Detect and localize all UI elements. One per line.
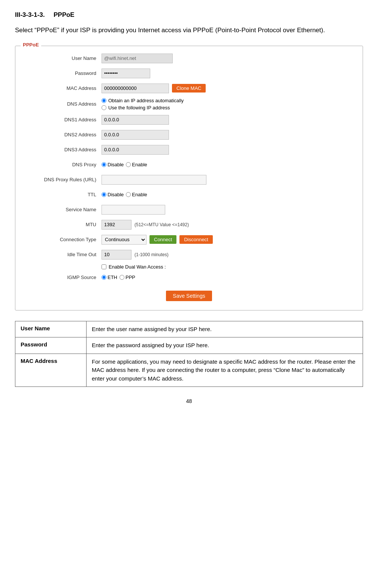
dns-manual-radio[interactable] [102, 105, 106, 110]
table-row: MAC Address For some applications, you m… [15, 354, 363, 387]
service-name-row: Service Name [23, 204, 355, 215]
igmp-source-label: IGMP Source [23, 275, 102, 280]
dns-auto-label: Obtain an IP address automatically [108, 98, 184, 103]
page-number: 48 [15, 398, 363, 404]
dns-proxy-disable-label: Disable [108, 162, 124, 167]
service-name-input[interactable] [102, 205, 165, 215]
mac-address-input[interactable] [102, 84, 169, 93]
mac-address-control: Clone MAC [102, 84, 355, 93]
mtu-label: MTU [23, 222, 102, 227]
dns3-control [102, 145, 355, 155]
service-name-label: Service Name [23, 207, 102, 212]
service-name-control [102, 205, 355, 215]
user-name-label: User Name [23, 55, 102, 61]
dns1-row: DNS1 Address [23, 114, 355, 125]
password-row: Password [23, 68, 355, 79]
save-row: Save Settings [23, 291, 355, 301]
dns-proxy-enable-radio[interactable] [126, 162, 131, 167]
idle-timeout-input[interactable] [102, 250, 131, 260]
dns-proxy-disable-radio[interactable] [102, 162, 106, 167]
disconnect-button[interactable]: Disconnect [179, 235, 212, 244]
ttl-enable-radio[interactable] [126, 192, 131, 197]
igmp-source-row: IGMP Source ETH PPP [23, 272, 355, 283]
ttl-control: Disable Enable [102, 192, 355, 197]
dns1-control [102, 115, 355, 125]
dns2-row: DNS2 Address [23, 129, 355, 140]
user-name-control: @wifi.hinet.net [102, 54, 355, 63]
idle-timeout-label: Idle Time Out [23, 252, 102, 257]
connect-button[interactable]: Connect [149, 235, 176, 244]
clone-mac-button[interactable]: Clone MAC [172, 84, 206, 93]
idle-timeout-hint: (1-1000 minutes) [134, 252, 169, 257]
ttl-row: TTL Disable Enable [23, 189, 355, 200]
table-field-password: Password [15, 337, 87, 354]
table-field-username: User Name [15, 321, 87, 337]
dual-wan-label: Enable Dual Wan Access : [109, 264, 166, 270]
dns-proxy-control: Disable Enable [102, 162, 355, 167]
dns2-control [102, 130, 355, 140]
dns-proxy-rules-input[interactable] [102, 175, 206, 185]
dns-address-label: DNS Address [23, 101, 102, 107]
dns3-label: DNS3 Address [23, 147, 102, 152]
connection-type-control: Continuous On Demand Manual Connect Disc… [102, 235, 355, 245]
igmp-eth-radio[interactable] [102, 275, 106, 280]
table-desc-username: Enter the user name assigned by your ISP… [87, 321, 363, 337]
ttl-disable-radio[interactable] [102, 192, 106, 197]
table-desc-mac: For some applications, you may need to d… [87, 354, 363, 387]
intro-text: Select “PPPoE” if your ISP is providing … [15, 25, 363, 35]
description-table: User Name Enter the user name assigned b… [15, 321, 363, 387]
page-title: III-3-3-1-3. PPPoE [15, 11, 363, 19]
dns-proxy-row: DNS Proxy Disable Enable [23, 159, 355, 170]
ttl-enable-label: Enable [132, 192, 147, 197]
connection-type-select[interactable]: Continuous On Demand Manual [102, 235, 146, 245]
ttl-label: TTL [23, 192, 102, 197]
pppoe-form-box: PPPoE User Name @wifi.hinet.net Password… [15, 46, 363, 310]
user-name-input[interactable]: @wifi.hinet.net [102, 54, 173, 63]
connection-type-label: Connection Type [23, 237, 102, 242]
dns-proxy-enable-label: Enable [132, 162, 147, 167]
mtu-hint: (512<=MTU Value <=1492) [134, 222, 189, 227]
dns2-label: DNS2 Address [23, 132, 102, 137]
mtu-input[interactable] [102, 220, 131, 230]
mtu-row: MTU (512<=MTU Value <=1492) [23, 219, 355, 230]
table-desc-password: Enter the password assigned by your ISP … [87, 337, 363, 354]
dns1-input[interactable] [102, 115, 169, 125]
save-settings-button[interactable]: Save Settings [166, 291, 212, 301]
dns-auto-radio[interactable] [102, 98, 106, 103]
dns3-row: DNS3 Address [23, 144, 355, 155]
dns-proxy-rules-label: DNS Proxy Rules (URL) [23, 177, 102, 182]
dns-proxy-rules-control [102, 175, 355, 185]
mac-address-label: MAC Address [23, 85, 102, 91]
dns-proxy-label: DNS Proxy [23, 162, 102, 167]
table-row: Password Enter the password assigned by … [15, 337, 363, 354]
dual-wan-row: Enable Dual Wan Access : [102, 264, 355, 270]
igmp-ppp-label: PPP [126, 275, 135, 280]
mac-address-row: MAC Address Clone MAC [23, 83, 355, 94]
dns-proxy-rules-row: DNS Proxy Rules (URL) [23, 174, 355, 185]
mtu-control: (512<=MTU Value <=1492) [102, 220, 355, 230]
idle-timeout-control: (1-1000 minutes) [102, 250, 355, 260]
dns-address-control: Obtain an IP address automatically Use t… [102, 98, 355, 110]
password-input[interactable] [102, 69, 150, 78]
table-field-mac: MAC Address [15, 354, 87, 387]
dual-wan-checkbox[interactable] [102, 264, 106, 269]
dns2-input[interactable] [102, 130, 169, 140]
password-control [102, 69, 355, 78]
ttl-disable-label: Disable [108, 192, 124, 197]
dns3-input[interactable] [102, 145, 169, 155]
igmp-ppp-radio[interactable] [120, 275, 124, 280]
idle-timeout-row: Idle Time Out (1-1000 minutes) [23, 249, 355, 260]
dns-manual-label: Use the following IP address [108, 105, 170, 110]
password-label: Password [23, 70, 102, 76]
dns-address-row: DNS Address Obtain an IP address automat… [23, 98, 355, 110]
dns1-label: DNS1 Address [23, 117, 102, 122]
pppoe-legend: PPPoE [21, 42, 41, 48]
user-name-row: User Name @wifi.hinet.net [23, 53, 355, 64]
igmp-source-control: ETH PPP [102, 275, 355, 280]
connection-type-row: Connection Type Continuous On Demand Man… [23, 234, 355, 245]
igmp-eth-label: ETH [108, 275, 117, 280]
table-row: User Name Enter the user name assigned b… [15, 321, 363, 337]
